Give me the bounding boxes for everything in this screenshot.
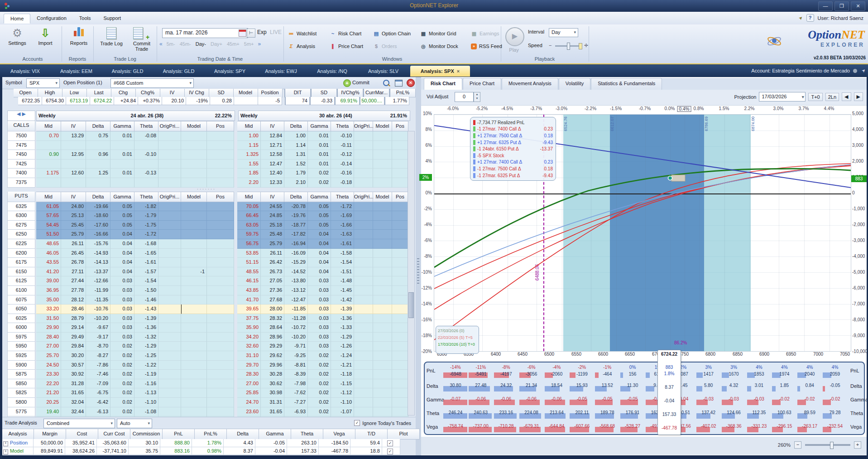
- delta-cell[interactable]: -11.85: [284, 304, 308, 314]
- theta-cell[interactable]: -1.68: [134, 239, 158, 249]
- iv-cell[interactable]: 24.80: [61, 202, 86, 212]
- origprice-cell[interactable]: [158, 276, 181, 286]
- mid-cell[interactable]: 43.55: [36, 258, 61, 267]
- gamma-cell[interactable]: 0.02: [308, 407, 331, 417]
- delta-cell[interactable]: -6.42: [86, 398, 110, 407]
- mid-cell[interactable]: 37.75: [237, 314, 261, 324]
- mid-cell[interactable]: 31.10: [237, 351, 261, 361]
- mid-cell[interactable]: 1.175: [36, 169, 61, 178]
- model-cell[interactable]: [181, 314, 207, 324]
- puts-row[interactable]: 5875 23.30 30.92 -7.46 0.02 -1.19 28.30 …: [7, 370, 410, 379]
- origprice-cell[interactable]: [158, 258, 181, 267]
- theta-cell[interactable]: -1.45: [331, 286, 354, 295]
- model-cell[interactable]: [373, 131, 392, 141]
- delta-cell[interactable]: -8.39: [284, 370, 308, 379]
- delta-cell[interactable]: -17.82: [284, 230, 308, 239]
- gamma-cell[interactable]: 0.02: [110, 351, 134, 361]
- puts-row[interactable]: 6225 48.65 26.11 -15.76 0.04 -1.68 56.75…: [7, 239, 410, 249]
- mid-cell[interactable]: 22.20: [36, 379, 61, 389]
- auto-select[interactable]: Auto▾: [117, 419, 152, 428]
- model-cell[interactable]: [181, 211, 207, 221]
- ignore-trades-checkbox[interactable]: ✓: [354, 420, 360, 426]
- window-toggle-button[interactable]: ~Risk Chart: [330, 31, 373, 36]
- puts-row[interactable]: 5975 28.40 29.49 -9.17 0.03 -1.32 34.20 …: [7, 333, 410, 342]
- delta-cell[interactable]: -12.47: [284, 295, 308, 305]
- chain-column-header[interactable]: Delta: [284, 192, 308, 202]
- model-cell[interactable]: [181, 221, 207, 230]
- pos-cell[interactable]: [207, 159, 234, 169]
- vol-adjust-input[interactable]: 0: [455, 92, 474, 102]
- zoom-slider-thumb[interactable]: [830, 442, 834, 449]
- puts-row[interactable]: 6275 54.45 25.45 -17.60 0.05 -1.75 63.05…: [7, 221, 410, 230]
- iv-cell[interactable]: 12.95: [61, 150, 86, 159]
- iv-cell[interactable]: 25.79: [61, 230, 86, 239]
- origprice-cell[interactable]: [354, 221, 373, 230]
- iv-cell[interactable]: [61, 159, 86, 169]
- origprice-cell[interactable]: [354, 342, 373, 351]
- origprice-cell[interactable]: [158, 323, 181, 333]
- gamma-cell[interactable]: 0.01: [308, 131, 331, 141]
- gamma-cell[interactable]: 0.02: [308, 178, 331, 188]
- origprice-cell[interactable]: [354, 230, 373, 239]
- origprice-cell[interactable]: [354, 379, 373, 389]
- gamma-cell[interactable]: 0.03: [308, 304, 331, 314]
- model-cell[interactable]: [373, 388, 392, 398]
- risk-tab[interactable]: Price Chart: [463, 78, 501, 90]
- date-step-button[interactable]: Day-: [196, 41, 206, 47]
- origprice-cell[interactable]: [158, 286, 181, 295]
- chain-column-header[interactable]: OrigPri...: [158, 121, 181, 131]
- model-cell[interactable]: [373, 407, 392, 417]
- model-cell[interactable]: [373, 398, 392, 407]
- origprice-cell[interactable]: [354, 388, 373, 398]
- chain-column-header[interactable]: Mid: [36, 192, 61, 202]
- commit-icon[interactable]: +: [343, 79, 351, 87]
- origprice-cell[interactable]: [158, 351, 181, 361]
- mid-cell[interactable]: [36, 141, 61, 150]
- delta-cell[interactable]: -6.75: [86, 388, 110, 398]
- iv-cell[interactable]: 25.13: [61, 211, 86, 221]
- origprice-cell[interactable]: [354, 407, 373, 417]
- model-cell[interactable]: [373, 276, 392, 286]
- origprice-cell[interactable]: [158, 267, 181, 277]
- mid-cell[interactable]: 28.40: [36, 333, 61, 342]
- delta-cell[interactable]: -9.71: [284, 342, 308, 351]
- chain-column-header[interactable]: IV: [61, 121, 86, 131]
- chain-column-header[interactable]: Gamma: [110, 121, 134, 131]
- model-cell[interactable]: [181, 230, 207, 239]
- delta-cell[interactable]: -18.60: [86, 211, 110, 221]
- pos-cell[interactable]: [207, 131, 234, 141]
- delta-cell[interactable]: -19.66: [86, 202, 110, 212]
- mid-cell[interactable]: 33.20: [36, 304, 61, 314]
- puts-row[interactable]: 5850 22.20 31.28 -7.09 0.02 -1.16 27.00 …: [7, 379, 410, 389]
- model-cell[interactable]: [373, 379, 392, 389]
- iv-cell[interactable]: 27.44: [61, 276, 86, 286]
- gamma-cell[interactable]: [110, 141, 134, 150]
- pos-cell[interactable]: [392, 169, 408, 178]
- pos-cell[interactable]: [392, 333, 408, 342]
- expiry-header-1[interactable]: Weekly24 abr. 26 (38)22.22%: [36, 111, 235, 121]
- origprice-cell[interactable]: [158, 150, 181, 159]
- puts-row[interactable]: 6325 61.05 24.80 -19.66 0.05 -1.82 70.05…: [7, 202, 410, 212]
- speed-slider-thumb[interactable]: [567, 43, 570, 50]
- speed-minus-icon[interactable]: −: [549, 43, 551, 48]
- delta-cell[interactable]: -7.46: [86, 370, 110, 379]
- analysis-mode-select[interactable]: Combined▾: [43, 419, 115, 428]
- pos-cell[interactable]: [207, 202, 234, 212]
- origprice-cell[interactable]: [158, 211, 181, 221]
- mid-cell[interactable]: 29.70: [237, 361, 261, 370]
- pos-cell[interactable]: [392, 388, 408, 398]
- theta-cell[interactable]: -1.15: [331, 379, 354, 389]
- puts-row[interactable]: 6075 35.00 28.12 -11.35 0.03 -1.46 41.70…: [7, 295, 410, 305]
- iv-cell[interactable]: 12.60: [61, 169, 86, 178]
- pos-cell[interactable]: [392, 159, 408, 169]
- model-cell[interactable]: [373, 361, 392, 370]
- delta-cell[interactable]: -6.93: [284, 407, 308, 417]
- pos-cell[interactable]: [392, 230, 408, 239]
- mid-cell[interactable]: 39.65: [237, 304, 261, 314]
- puts-row[interactable]: 5800 20.25 32.04 -6.42 0.02 -1.10 24.70 …: [7, 398, 410, 407]
- iv-cell[interactable]: 12.71: [261, 141, 284, 150]
- gamma-cell[interactable]: 0.03: [110, 323, 134, 333]
- strike-cell[interactable]: 6325: [7, 202, 35, 212]
- theta-cell[interactable]: -1.54: [331, 258, 354, 267]
- gamma-cell[interactable]: 0.03: [308, 333, 331, 342]
